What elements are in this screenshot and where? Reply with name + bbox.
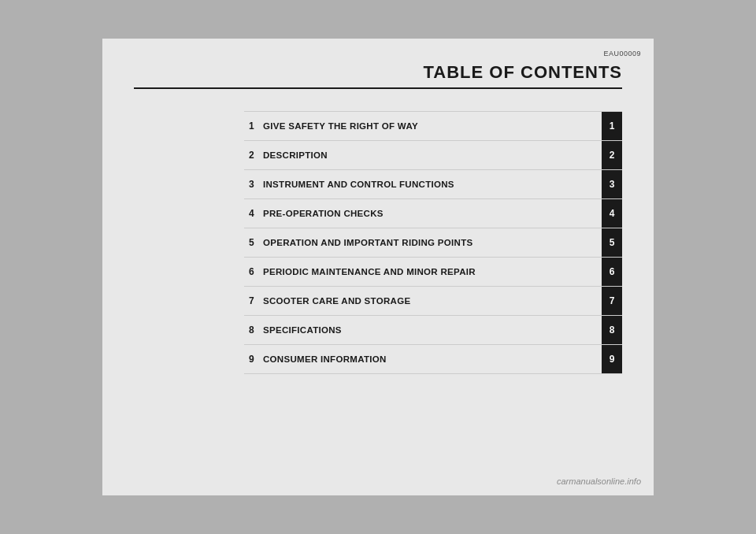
toc-item[interactable]: 1GIVE SAFETY THE RIGHT OF WAY1 (244, 111, 622, 141)
toc-item-number: 7 (244, 295, 260, 306)
toc-item[interactable]: 4PRE-OPERATION CHECKS4 (244, 199, 622, 228)
toc-item-label: PRE-OPERATION CHECKS (260, 202, 602, 224)
title-divider (134, 87, 622, 89)
page: EAU00009 TABLE OF CONTENTS 1GIVE SAFETY … (102, 39, 654, 495)
toc-item[interactable]: 6PERIODIC MAINTENANCE AND MINOR REPAIR6 (244, 258, 622, 287)
toc-item-number: 8 (244, 324, 260, 336)
toc-item-number: 3 (244, 179, 260, 190)
toc-item-badge: 6 (602, 258, 622, 286)
toc-item-badge: 2 (602, 141, 622, 169)
toc-item-number: 2 (244, 150, 260, 161)
toc-item-badge: 1 (602, 112, 622, 140)
toc-item-badge: 3 (602, 170, 622, 198)
toc-item[interactable]: 7SCOOTER CARE AND STORAGE7 (244, 287, 622, 316)
toc-item[interactable]: 3INSTRUMENT AND CONTROL FUNCTIONS3 (244, 170, 622, 199)
toc-container: 1GIVE SAFETY THE RIGHT OF WAY12DESCRIPTI… (244, 111, 622, 374)
toc-item-badge: 9 (602, 345, 622, 373)
toc-item-label: INSTRUMENT AND CONTROL FUNCTIONS (260, 173, 602, 195)
toc-item-number: 1 (244, 121, 260, 132)
toc-item-number: 4 (244, 208, 260, 219)
toc-item-label: PERIODIC MAINTENANCE AND MINOR REPAIR (260, 261, 602, 283)
toc-item-label: SCOOTER CARE AND STORAGE (260, 290, 602, 312)
toc-item-label: CONSUMER INFORMATION (260, 348, 602, 370)
watermark: carmanualsonline.info (557, 477, 641, 486)
page-title: TABLE OF CONTENTS (134, 62, 622, 83)
toc-item-badge: 5 (602, 228, 622, 257)
toc-item-badge: 8 (602, 316, 622, 344)
title-section: TABLE OF CONTENTS (134, 62, 622, 83)
toc-item-number: 5 (244, 237, 260, 248)
toc-item-label: OPERATION AND IMPORTANT RIDING POINTS (260, 232, 602, 254)
toc-item-label: SPECIFICATIONS (260, 319, 602, 341)
toc-item-label: GIVE SAFETY THE RIGHT OF WAY (260, 115, 602, 137)
toc-item[interactable]: 2DESCRIPTION2 (244, 141, 622, 170)
toc-item-label: DESCRIPTION (260, 144, 602, 166)
toc-item-badge: 4 (602, 199, 622, 228)
toc-item[interactable]: 9CONSUMER INFORMATION9 (244, 345, 622, 374)
toc-item[interactable]: 8SPECIFICATIONS8 (244, 316, 622, 345)
code-reference: EAU00009 (603, 50, 641, 57)
toc-item-number: 6 (244, 266, 260, 277)
toc-item[interactable]: 5OPERATION AND IMPORTANT RIDING POINTS5 (244, 228, 622, 258)
toc-item-number: 9 (244, 354, 260, 365)
toc-item-badge: 7 (602, 287, 622, 315)
